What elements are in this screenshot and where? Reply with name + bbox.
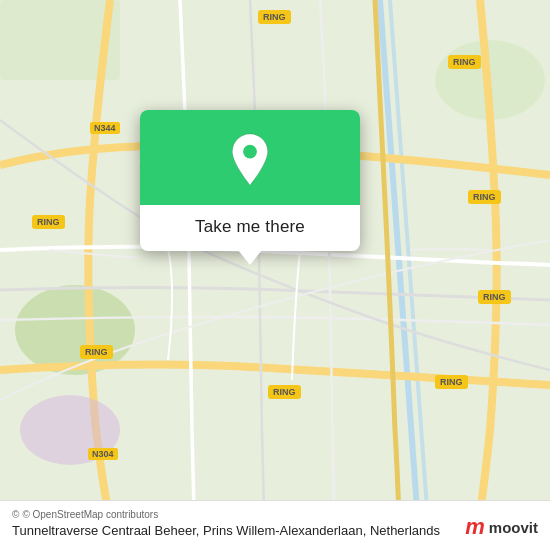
moovit-logo: m moovit <box>465 514 538 540</box>
popup-button-section[interactable]: Take me there <box>140 205 360 251</box>
svg-point-6 <box>243 145 257 159</box>
copyright-symbol: © <box>12 509 19 520</box>
road-label-n304: N304 <box>88 448 118 460</box>
location-title: Tunneltraverse Centraal Beheer, Prins Wi… <box>12 523 538 540</box>
ring-badge-mid-right: RING <box>468 190 501 204</box>
ring-badge-left: RING <box>32 215 65 229</box>
map-container: RING RING RING RING RING RING RING RING … <box>0 0 550 550</box>
ring-badge-bottom-right: RING <box>435 375 468 389</box>
svg-line-3 <box>380 0 420 550</box>
moovit-wordmark: moovit <box>489 519 538 536</box>
moovit-m-icon: m <box>465 514 485 540</box>
ring-badge-bottom-left: RING <box>80 345 113 359</box>
ring-badge-bottom-center: RING <box>268 385 301 399</box>
openstreetmap-text: © OpenStreetMap contributors <box>22 509 158 520</box>
map-roads <box>0 0 550 550</box>
popup-arrow <box>238 250 262 265</box>
copyright-text: © © OpenStreetMap contributors <box>12 509 538 520</box>
ring-badge-top-right: RING <box>448 55 481 69</box>
location-pin-icon <box>228 132 272 187</box>
take-me-there-button[interactable]: Take me there <box>195 217 305 237</box>
popup-green-header <box>140 110 360 205</box>
popup-card: Take me there <box>140 110 360 251</box>
bottom-bar: © © OpenStreetMap contributors Tunneltra… <box>0 500 550 550</box>
road-label-n344: N344 <box>90 122 120 134</box>
ring-badge-right: RING <box>478 290 511 304</box>
ring-badge-top-center: RING <box>258 10 291 24</box>
